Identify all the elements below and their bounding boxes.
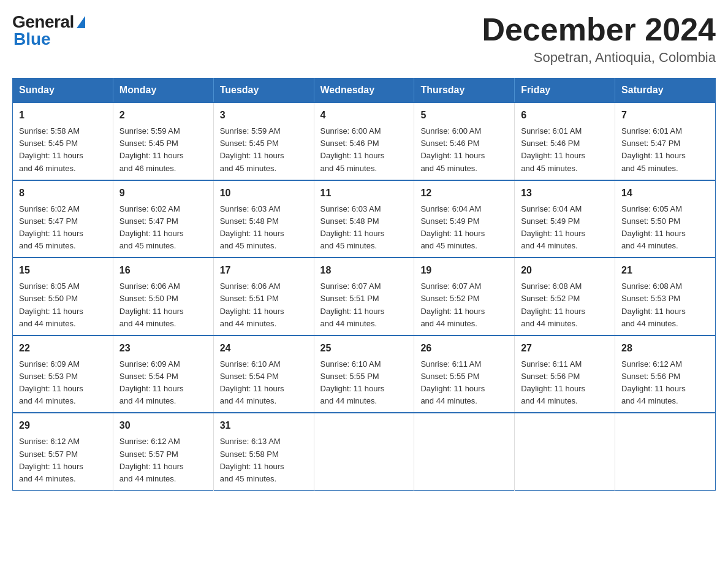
calendar-cell [615, 413, 716, 490]
calendar-cell: 13 Sunrise: 6:04 AMSunset: 5:49 PMDaylig… [515, 180, 615, 258]
week-row-2: 8 Sunrise: 6:02 AMSunset: 5:47 PMDayligh… [13, 180, 716, 258]
day-number: 24 [220, 341, 308, 356]
day-info: Sunrise: 6:10 AMSunset: 5:54 PMDaylight:… [220, 359, 284, 405]
day-number: 22 [19, 341, 107, 356]
day-number: 10 [220, 186, 308, 201]
col-saturday: Saturday [615, 79, 716, 103]
calendar-cell [414, 413, 515, 490]
day-info: Sunrise: 5:59 AMSunset: 5:45 PMDaylight:… [119, 126, 184, 172]
day-info: Sunrise: 5:58 AMSunset: 5:45 PMDaylight:… [19, 126, 83, 172]
day-number: 11 [320, 186, 408, 201]
day-info: Sunrise: 6:08 AMSunset: 5:52 PMDaylight:… [521, 282, 585, 327]
day-number: 18 [320, 263, 408, 278]
day-number: 20 [521, 263, 609, 278]
day-info: Sunrise: 5:59 AMSunset: 5:45 PMDaylight:… [220, 126, 284, 172]
day-number: 21 [621, 263, 709, 278]
calendar-cell: 22 Sunrise: 6:09 AMSunset: 5:53 PMDaylig… [13, 335, 113, 413]
day-info: Sunrise: 6:07 AMSunset: 5:51 PMDaylight:… [320, 282, 385, 327]
calendar-cell: 2 Sunrise: 5:59 AMSunset: 5:45 PMDayligh… [113, 102, 213, 180]
day-number: 26 [420, 341, 508, 356]
col-monday: Monday [113, 79, 213, 103]
calendar-cell: 20 Sunrise: 6:08 AMSunset: 5:52 PMDaylig… [515, 258, 615, 335]
day-number: 4 [320, 108, 408, 123]
day-number: 3 [220, 108, 308, 123]
day-number: 13 [521, 186, 609, 201]
day-number: 29 [19, 418, 107, 433]
calendar-cell: 12 Sunrise: 6:04 AMSunset: 5:49 PMDaylig… [414, 180, 515, 258]
day-info: Sunrise: 6:02 AMSunset: 5:47 PMDaylight:… [19, 204, 83, 250]
day-number: 5 [420, 108, 508, 123]
col-wednesday: Wednesday [314, 79, 414, 103]
week-row-1: 1 Sunrise: 5:58 AMSunset: 5:45 PMDayligh… [13, 102, 716, 180]
calendar-cell: 1 Sunrise: 5:58 AMSunset: 5:45 PMDayligh… [13, 102, 113, 180]
day-number: 23 [119, 341, 207, 356]
day-info: Sunrise: 6:09 AMSunset: 5:53 PMDaylight:… [19, 359, 83, 405]
day-info: Sunrise: 6:01 AMSunset: 5:46 PMDaylight:… [521, 126, 585, 172]
calendar-cell: 15 Sunrise: 6:05 AMSunset: 5:50 PMDaylig… [13, 258, 113, 335]
calendar-cell: 4 Sunrise: 6:00 AMSunset: 5:46 PMDayligh… [314, 102, 414, 180]
day-info: Sunrise: 6:12 AMSunset: 5:57 PMDaylight:… [119, 437, 184, 483]
calendar-cell: 27 Sunrise: 6:11 AMSunset: 5:56 PMDaylig… [515, 335, 615, 413]
col-tuesday: Tuesday [213, 79, 314, 103]
day-number: 7 [621, 108, 709, 123]
calendar-cell: 26 Sunrise: 6:11 AMSunset: 5:55 PMDaylig… [414, 335, 515, 413]
day-info: Sunrise: 6:05 AMSunset: 5:50 PMDaylight:… [19, 282, 83, 327]
day-info: Sunrise: 6:02 AMSunset: 5:47 PMDaylight:… [119, 204, 184, 250]
calendar-cell: 3 Sunrise: 5:59 AMSunset: 5:45 PMDayligh… [213, 102, 314, 180]
calendar-cell [515, 413, 615, 490]
page-header: General Blue December 2024 Sopetran, Ant… [12, 12, 716, 66]
day-info: Sunrise: 6:12 AMSunset: 5:57 PMDaylight:… [19, 437, 83, 483]
day-info: Sunrise: 6:12 AMSunset: 5:56 PMDaylight:… [621, 359, 686, 405]
calendar-cell: 8 Sunrise: 6:02 AMSunset: 5:47 PMDayligh… [13, 180, 113, 258]
day-info: Sunrise: 6:00 AMSunset: 5:46 PMDaylight:… [320, 126, 385, 172]
calendar-cell: 30 Sunrise: 6:12 AMSunset: 5:57 PMDaylig… [113, 413, 213, 490]
title-section: December 2024 Sopetran, Antioquia, Colom… [482, 12, 716, 66]
calendar-cell: 21 Sunrise: 6:08 AMSunset: 5:53 PMDaylig… [615, 258, 716, 335]
calendar-cell: 5 Sunrise: 6:00 AMSunset: 5:46 PMDayligh… [414, 102, 515, 180]
day-info: Sunrise: 6:01 AMSunset: 5:47 PMDaylight:… [621, 126, 686, 172]
location-subtitle: Sopetran, Antioquia, Colombia [482, 50, 716, 66]
calendar-cell: 28 Sunrise: 6:12 AMSunset: 5:56 PMDaylig… [615, 335, 716, 413]
day-info: Sunrise: 6:08 AMSunset: 5:53 PMDaylight:… [621, 282, 686, 327]
calendar-cell: 16 Sunrise: 6:06 AMSunset: 5:50 PMDaylig… [113, 258, 213, 335]
day-number: 28 [621, 341, 709, 356]
calendar-cell: 11 Sunrise: 6:03 AMSunset: 5:48 PMDaylig… [314, 180, 414, 258]
day-info: Sunrise: 6:06 AMSunset: 5:51 PMDaylight:… [220, 282, 284, 327]
day-info: Sunrise: 6:11 AMSunset: 5:56 PMDaylight:… [521, 359, 585, 405]
calendar-table: Sunday Monday Tuesday Wednesday Thursday… [12, 78, 716, 491]
calendar-cell: 14 Sunrise: 6:05 AMSunset: 5:50 PMDaylig… [615, 180, 716, 258]
week-row-5: 29 Sunrise: 6:12 AMSunset: 5:57 PMDaylig… [13, 413, 716, 490]
logo: General Blue [12, 12, 85, 49]
day-number: 17 [220, 263, 308, 278]
calendar-cell: 9 Sunrise: 6:02 AMSunset: 5:47 PMDayligh… [113, 180, 213, 258]
day-number: 6 [521, 108, 609, 123]
calendar-cell: 23 Sunrise: 6:09 AMSunset: 5:54 PMDaylig… [113, 335, 213, 413]
day-number: 31 [220, 418, 308, 433]
logo-blue-text: Blue [13, 29, 51, 49]
day-number: 12 [420, 186, 508, 201]
day-number: 16 [119, 263, 207, 278]
calendar-cell: 18 Sunrise: 6:07 AMSunset: 5:51 PMDaylig… [314, 258, 414, 335]
day-info: Sunrise: 6:05 AMSunset: 5:50 PMDaylight:… [621, 204, 686, 250]
calendar-cell: 24 Sunrise: 6:10 AMSunset: 5:54 PMDaylig… [213, 335, 314, 413]
day-info: Sunrise: 6:03 AMSunset: 5:48 PMDaylight:… [220, 204, 284, 250]
col-friday: Friday [515, 79, 615, 103]
calendar-cell: 19 Sunrise: 6:07 AMSunset: 5:52 PMDaylig… [414, 258, 515, 335]
day-number: 14 [621, 186, 709, 201]
calendar-header-row: Sunday Monday Tuesday Wednesday Thursday… [13, 79, 716, 103]
day-number: 2 [119, 108, 207, 123]
day-number: 19 [420, 263, 508, 278]
calendar-cell [314, 413, 414, 490]
col-sunday: Sunday [13, 79, 113, 103]
day-number: 8 [19, 186, 107, 201]
day-number: 15 [19, 263, 107, 278]
day-number: 9 [119, 186, 207, 201]
day-info: Sunrise: 6:04 AMSunset: 5:49 PMDaylight:… [420, 204, 485, 250]
month-title: December 2024 [482, 12, 716, 47]
week-row-3: 15 Sunrise: 6:05 AMSunset: 5:50 PMDaylig… [13, 258, 716, 335]
day-info: Sunrise: 6:03 AMSunset: 5:48 PMDaylight:… [320, 204, 385, 250]
calendar-cell: 10 Sunrise: 6:03 AMSunset: 5:48 PMDaylig… [213, 180, 314, 258]
day-info: Sunrise: 6:04 AMSunset: 5:49 PMDaylight:… [521, 204, 585, 250]
calendar-cell: 7 Sunrise: 6:01 AMSunset: 5:47 PMDayligh… [615, 102, 716, 180]
day-info: Sunrise: 6:00 AMSunset: 5:46 PMDaylight:… [420, 126, 485, 172]
